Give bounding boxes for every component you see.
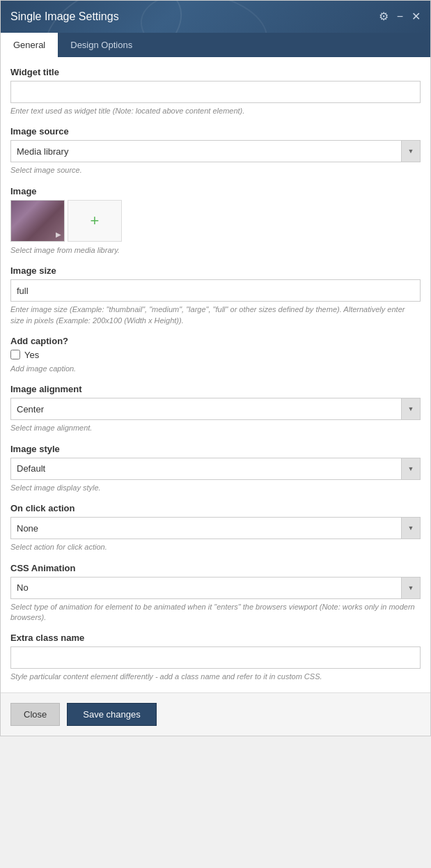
image-label: Image [10, 186, 421, 196]
image-size-label: Image size [10, 265, 421, 276]
image-size-group: Image size Enter image size (Example: "t… [10, 265, 421, 326]
minimize-icon[interactable]: − [397, 11, 403, 22]
css-animation-hint: Select type of animation for element to … [10, 602, 421, 623]
image-preview [11, 201, 64, 241]
titlebar: Single Image Settings ⚙ − ✕ [1, 1, 430, 33]
css-animation-select-wrapper: No Top to bottom Bottom to top Left to r… [10, 577, 421, 599]
extra-class-label: Extra class name [10, 633, 421, 643]
image-hint: Select image from media library. [10, 245, 421, 256]
css-animation-select[interactable]: No Top to bottom Bottom to top Left to r… [10, 577, 421, 599]
image-style-select-wrapper: Default Rounded Circle Shadow [10, 458, 421, 480]
window: Single Image Settings ⚙ − ✕ General Desi… [0, 0, 431, 736]
widget-title-input[interactable] [10, 81, 421, 103]
image-alignment-label: Image alignment [10, 384, 421, 394]
image-group: Image + Select image from media library. [10, 186, 421, 256]
image-alignment-group: Image alignment None Left Center Right S… [10, 384, 421, 433]
image-alignment-select[interactable]: None Left Center Right [10, 398, 421, 420]
extra-class-input[interactable] [10, 646, 421, 669]
tabs-bar: General Design Options [1, 33, 430, 57]
widget-title-group: Widget title Enter text used as widget t… [10, 67, 421, 116]
image-style-group: Image style Default Rounded Circle Shado… [10, 444, 421, 493]
image-style-hint: Select image display style. [10, 483, 421, 493]
image-source-group: Image source Media library External URL … [10, 126, 421, 176]
image-source-select-wrapper: Media library External URL [10, 140, 421, 162]
tab-design-options[interactable]: Design Options [58, 33, 145, 57]
image-thumbnail[interactable] [10, 200, 65, 242]
add-caption-group: Add caption? Yes Add image caption. [10, 336, 421, 374]
save-button[interactable]: Save changes [67, 703, 156, 726]
image-area: + [10, 200, 421, 242]
image-style-select[interactable]: Default Rounded Circle Shadow [10, 458, 421, 480]
image-size-hint: Enter image size (Example: "thumbnail", … [10, 304, 421, 326]
image-source-select[interactable]: Media library External URL [10, 140, 421, 162]
add-caption-hint: Add image caption. [10, 364, 421, 374]
css-animation-label: CSS Animation [10, 563, 421, 573]
window-title: Single Image Settings [10, 10, 119, 23]
widget-title-hint: Enter text used as widget title (Note: l… [10, 106, 421, 116]
footer: Close Save changes [1, 692, 430, 736]
add-caption-row: Yes [10, 350, 421, 360]
titlebar-controls: ⚙ − ✕ [379, 11, 421, 22]
close-button[interactable]: Close [10, 703, 60, 726]
add-caption-label: Add caption? [10, 336, 421, 346]
image-size-input[interactable] [10, 279, 421, 302]
on-click-action-select-wrapper: None Open lightbox Open URL [10, 517, 421, 539]
gear-icon[interactable]: ⚙ [379, 11, 389, 22]
css-animation-group: CSS Animation No Top to bottom Bottom to… [10, 563, 421, 623]
add-image-button[interactable]: + [68, 200, 122, 242]
on-click-action-hint: Select action for click action. [10, 542, 421, 552]
close-icon[interactable]: ✕ [412, 11, 421, 22]
plus-icon: + [91, 212, 100, 230]
tab-general[interactable]: General [1, 33, 58, 57]
on-click-action-label: On click action [10, 503, 421, 513]
image-source-label: Image source [10, 126, 421, 137]
image-source-hint: Select image source. [10, 165, 421, 176]
image-alignment-select-wrapper: None Left Center Right [10, 398, 421, 420]
add-caption-checkbox[interactable] [10, 350, 20, 359]
content-area: Widget title Enter text used as widget t… [1, 57, 430, 683]
extra-class-hint: Style particular content element differe… [10, 672, 421, 682]
image-style-label: Image style [10, 444, 421, 454]
on-click-action-group: On click action None Open lightbox Open … [10, 503, 421, 552]
extra-class-group: Extra class name Style particular conten… [10, 633, 421, 682]
on-click-action-select[interactable]: None Open lightbox Open URL [10, 517, 421, 539]
widget-title-label: Widget title [10, 67, 421, 77]
add-caption-checkbox-label: Yes [24, 350, 39, 360]
image-alignment-hint: Select image alignment. [10, 423, 421, 433]
